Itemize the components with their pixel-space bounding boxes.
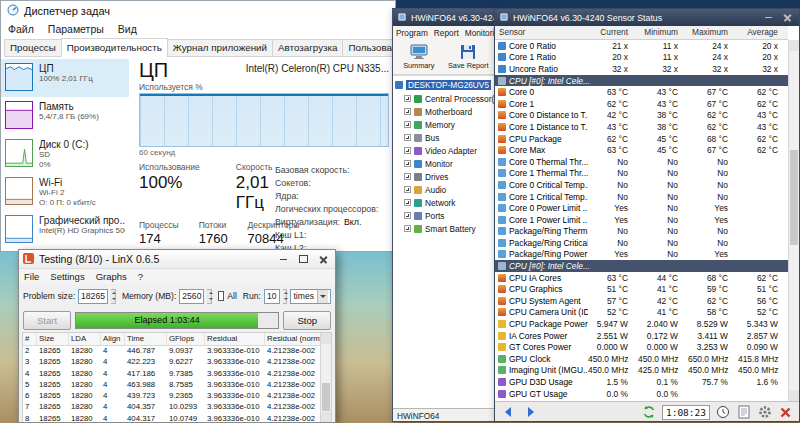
sidebar-item-memory[interactable]: Память5,4/7,8 ГБ (69%) [1, 97, 129, 135]
sidebar-item-disk0[interactable]: Диск 0 (C:)SD0% [1, 135, 129, 173]
linx-titlebar[interactable]: Testing (8/10) - LinX 0.6.5 [19, 250, 335, 269]
sensor-row[interactable]: Package/Ring Therm...NoNoNo [495, 226, 788, 238]
run-unit-select[interactable]: times [290, 289, 331, 304]
sensor-row[interactable]: Core 0 Ratio21 x11 x24 x20 x [495, 40, 788, 52]
scroll-down-icon[interactable] [321, 412, 331, 423]
scroll-up-icon[interactable] [789, 40, 799, 51]
sensor-row[interactable]: CPU Graphics51 °C41 °C59 °C51 °C [495, 283, 788, 295]
cpu-usage-chart[interactable] [139, 93, 389, 147]
menu-item[interactable]: Файл [8, 23, 34, 35]
close-icon[interactable] [316, 253, 331, 266]
tab-item[interactable]: Автозагрузка [272, 39, 343, 57]
run-count-spinner[interactable] [283, 289, 288, 304]
sensor-row[interactable]: Core 1 Distance to T...43 °C38 °C62 °C43… [495, 121, 788, 133]
table-row[interactable]: 518265182804463.9888.75853.963336e-0104.… [23, 380, 331, 391]
tab-item[interactable]: Журнал приложений [167, 39, 273, 57]
tree-item[interactable]: Video Adapter [395, 144, 494, 157]
all-checkbox[interactable] [218, 291, 224, 301]
task-manager-titlebar[interactable]: Диспетчер задач [1, 1, 395, 21]
tree-item[interactable]: Drives [395, 170, 494, 183]
settings-gear-button[interactable] [756, 404, 773, 421]
sensor-group-header[interactable]: CPU [#0]: Intel Cele... [495, 75, 788, 87]
table-row[interactable]: 618265182804439.7239.23653.963336e-0104.… [23, 391, 331, 402]
scrollbar-thumb[interactable] [322, 383, 330, 411]
expander-icon[interactable] [404, 134, 411, 141]
expander-icon[interactable] [404, 95, 411, 102]
sensor-row[interactable]: Core 162 °C43 °C67 °C62 °C [495, 98, 788, 110]
sensor-row[interactable]: CPU Package Power5.947 W2.040 W8.529 W5.… [495, 318, 788, 330]
menu-item[interactable]: Параметры [48, 23, 104, 35]
sensor-row[interactable]: GPU Clock450.0 MHz450.0 MHz650.0 MHz415.… [495, 353, 788, 365]
minimize-icon[interactable] [276, 253, 291, 266]
sensor-row[interactable]: CPU IA Cores63 °C44 °C68 °C62 °C [495, 272, 788, 284]
expander-icon[interactable] [404, 121, 411, 128]
sensor-row[interactable]: Package/Ring Power ...YesNoYes [495, 249, 788, 261]
sensor-row[interactable]: CPU Package62 °C45 °C68 °C62 °C [495, 133, 788, 145]
sidebar-item-cpu[interactable]: ЦП100% 2,01 ГГц [1, 59, 129, 97]
tree-item[interactable]: Ports [395, 209, 494, 222]
sensor-row[interactable]: Core 1 Ratio20 x11 x24 x20 x [495, 52, 788, 64]
expander-icon[interactable] [404, 199, 411, 206]
expander-icon[interactable] [404, 186, 411, 193]
start-button[interactable]: Start [23, 311, 71, 330]
table-row[interactable]: 318265182804422.2239.62273.963336e-0104.… [23, 357, 331, 368]
vertical-scrollbar[interactable] [320, 333, 331, 423]
summary-button[interactable]: Summary [395, 41, 443, 72]
tree-item[interactable]: Memory [395, 118, 494, 131]
tree-item[interactable]: Smart Battery [395, 222, 494, 235]
table-row[interactable]: 218265182804446.7879.09373.963336e-0104.… [23, 346, 331, 357]
close-sensors-button[interactable] [777, 404, 794, 421]
menu-item[interactable]: Report [434, 28, 459, 38]
sensor-group-header[interactable]: CPU [#0]: Intel Cele... [495, 260, 788, 272]
memory-input[interactable]: 2560 [179, 289, 204, 304]
sensor-row[interactable]: Core 1 Critical Temp...NoNoNo [495, 191, 788, 203]
minimize-icon[interactable] [761, 11, 776, 24]
table-row[interactable]: 718265182804404.35710.02933.963336e-0104… [23, 402, 331, 413]
expander-icon[interactable] [404, 147, 411, 154]
menu-item[interactable]: File [24, 271, 39, 282]
sensor-row[interactable]: Uncore Ratio32 x32 x32 x32 x [495, 63, 788, 75]
tab-item[interactable]: Процессы [4, 39, 62, 57]
scroll-up-icon[interactable] [321, 333, 331, 344]
sensor-row[interactable]: CPU System Agent57 °C42 °C62 °C56 °C [495, 295, 788, 307]
menu-item[interactable]: Program [396, 28, 428, 38]
table-row[interactable]: 818265182804404.31710.07493.963336e-0104… [23, 414, 331, 423]
sensor-row[interactable]: Core 1 Thermal Thr...NoNoNo [495, 168, 788, 180]
scrollbar-thumb[interactable] [790, 150, 798, 245]
sensor-row[interactable]: GPU GT Usage0.0 %0.0 % [495, 388, 788, 400]
save-report-button[interactable]: Save Report [445, 41, 493, 72]
table-row[interactable]: 418265182804417.1869.73853.963336e-0104.… [23, 369, 331, 380]
menu-item[interactable]: Settings [50, 271, 84, 282]
tree-item[interactable]: Motherboard [395, 105, 494, 118]
sensor-row[interactable]: Core Max63 °C45 °C67 °C62 °C [495, 144, 788, 156]
expander-icon[interactable] [404, 108, 411, 115]
sensor-row[interactable]: Core 0 Distance to T...42 °C38 °C62 °C43… [495, 110, 788, 122]
back-arrow-button[interactable] [500, 404, 517, 421]
expander-icon[interactable] [404, 160, 411, 167]
report-page-button[interactable] [735, 404, 752, 421]
menu-item[interactable]: Вид [118, 23, 137, 35]
stop-button[interactable]: Stop [283, 311, 331, 330]
maximize-icon[interactable] [296, 253, 311, 266]
sensor-titlebar[interactable]: HWiNFO64 v6.30-4240 Sensor Status [495, 9, 799, 26]
forward-arrow-button[interactable] [521, 404, 538, 421]
menu-item[interactable]: Graphs [96, 271, 127, 282]
expander-icon[interactable] [404, 212, 411, 219]
sensor-row[interactable]: Core 063 °C43 °C67 °C62 °C [495, 86, 788, 98]
sensor-row[interactable]: IA Cores Power2.551 W0.172 W3.411 W2.857… [495, 330, 788, 342]
memory-spinner[interactable] [207, 289, 212, 304]
run-count-input[interactable]: 10 [264, 289, 280, 304]
problem-size-spinner[interactable] [111, 289, 116, 304]
sensor-row[interactable]: Package/Ring Critical...NoNoNo [495, 237, 788, 249]
problem-size-input[interactable]: 18265 [78, 289, 108, 304]
tree-item[interactable]: Central Processor(s) [395, 92, 494, 105]
scroll-down-icon[interactable] [789, 390, 799, 401]
sidebar-item-gpu[interactable]: Графический про...Intel(R) HD Graphics 5… [1, 211, 129, 249]
sensor-row[interactable]: Core 1 Power Limit ...YesNoYes [495, 214, 788, 226]
sensor-row[interactable]: GPU D3D Usage1.5 %0.1 %75.7 %1.6 % [495, 376, 788, 388]
menu-item[interactable]: ? [138, 271, 143, 282]
expander-icon[interactable] [404, 225, 411, 232]
sensor-row[interactable]: Core 0 Critical Temp...NoNoNo [495, 179, 788, 191]
hwinfo-titlebar[interactable]: HWiNFO64 v6.30-4240 [393, 9, 494, 26]
menu-item[interactable]: Monitorin... [465, 28, 494, 38]
